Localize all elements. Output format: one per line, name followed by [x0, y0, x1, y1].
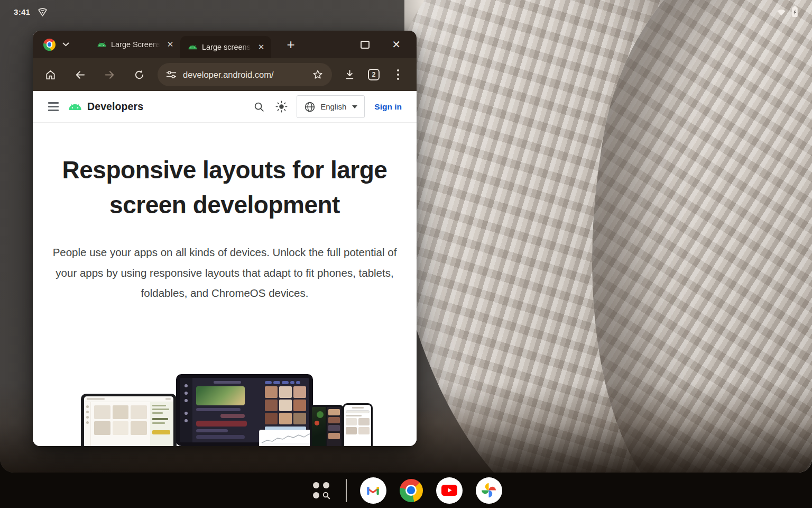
reload-button[interactable] [127, 63, 151, 86]
chrome-icon [400, 479, 423, 502]
forward-button[interactable] [97, 63, 122, 86]
forward-icon [104, 69, 116, 81]
app-grid-search-button[interactable] [310, 479, 333, 502]
tab-large-screens-2-active[interactable]: Large screens ✕ [180, 36, 271, 58]
android-icon [68, 102, 82, 111]
browser-menu-button[interactable] [33, 31, 75, 58]
sign-in-link[interactable]: Sign in [370, 102, 406, 112]
theme-toggle-button[interactable] [270, 96, 292, 118]
page-intro: People use your apps on all kinds of dev… [47, 242, 402, 304]
android-icon [188, 44, 198, 50]
chrome-browser-window: Large Screens ✕ Large screens ✕ + ✕ [33, 31, 417, 446]
tab-large-screens-1[interactable]: Large Screens ✕ [89, 31, 180, 58]
language-label: English [320, 102, 346, 111]
bookmark-star-icon [312, 69, 324, 80]
home-button[interactable] [38, 63, 62, 86]
tab-counter: 2 [368, 69, 380, 80]
back-button[interactable] [68, 63, 92, 86]
site-info-icon [166, 70, 177, 79]
tab-close-icon[interactable]: ✕ [164, 39, 176, 50]
taskbar-app-youtube[interactable] [436, 477, 463, 504]
hero-device-phone [343, 403, 373, 446]
browser-toolbar: developer.android.com/ 2 [33, 58, 417, 91]
download-button[interactable] [337, 63, 362, 86]
site-menu-button[interactable] [43, 97, 63, 117]
desktop-wallpaper: 3:41 [0, 0, 812, 473]
reload-icon [133, 69, 145, 81]
screen: 3:41 [0, 0, 812, 508]
tab-label: Large Screens [111, 40, 160, 49]
taskbar-app-chrome[interactable] [400, 479, 423, 502]
taskbar [0, 473, 812, 508]
site-brand: Developers [87, 101, 143, 113]
download-icon [344, 69, 356, 81]
site-search-button[interactable] [248, 96, 270, 118]
tab-strip: Large Screens ✕ Large screens ✕ + ✕ [33, 31, 417, 58]
hero-device-foldable [310, 405, 344, 446]
hero-devices-image [33, 367, 417, 446]
vpn-shield-icon [38, 7, 48, 17]
battery-charging-icon [791, 6, 798, 17]
google-photos-icon [482, 483, 496, 497]
page-content: Responsive layouts for large screen deve… [33, 123, 417, 446]
menu-kebab-icon [396, 69, 400, 80]
taskbar-app-photos[interactable] [476, 477, 502, 504]
back-icon [74, 69, 86, 81]
tab-label: Large screens [202, 43, 251, 51]
app-grid-search-icon [310, 479, 333, 502]
tab-switcher-button[interactable]: 2 [362, 63, 386, 86]
browser-overflow-menu-button[interactable] [386, 63, 410, 86]
site-header: Developers [33, 91, 417, 123]
maximize-icon[interactable] [361, 41, 370, 49]
language-selector[interactable]: English [297, 95, 365, 118]
search-icon [253, 101, 265, 113]
youtube-icon [441, 485, 457, 496]
status-bar: 3:41 [0, 0, 812, 23]
taskbar-divider [346, 479, 347, 502]
status-time: 3:41 [14, 7, 30, 16]
wifi-icon [776, 7, 787, 16]
new-tab-button[interactable]: + [283, 31, 299, 58]
address-bar[interactable]: developer.android.com/ [158, 63, 332, 86]
hero-device-laptop [81, 394, 177, 446]
chrome-logo-icon [43, 39, 56, 51]
bookmark-star-button[interactable] [312, 69, 324, 80]
developers-logo[interactable]: Developers [68, 101, 143, 113]
window-close-icon[interactable]: ✕ [392, 39, 401, 50]
home-icon [44, 69, 57, 81]
theme-sun-icon [275, 101, 288, 113]
globe-icon [304, 101, 316, 113]
android-icon [97, 41, 107, 48]
caret-down-icon [352, 105, 357, 108]
url-text: developer.android.com/ [183, 70, 312, 80]
gmail-icon [366, 485, 380, 496]
taskbar-app-gmail[interactable] [360, 477, 386, 504]
page-title: Responsive layouts for large screen deve… [60, 152, 389, 222]
chevron-down-icon [62, 42, 69, 47]
tab-close-icon[interactable]: ✕ [255, 41, 267, 53]
